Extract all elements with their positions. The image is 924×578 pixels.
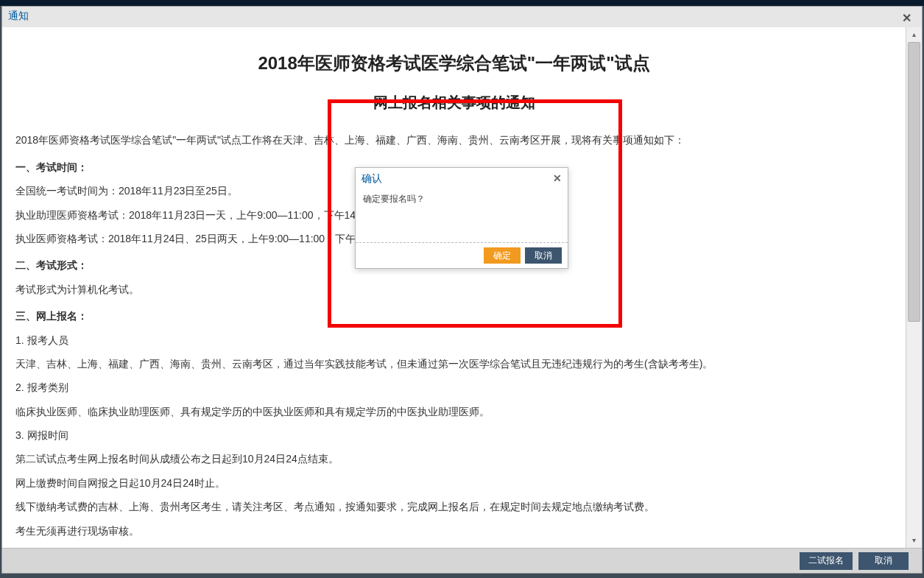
section-3-p7: 网上缴费时间自网报之日起10月24日24时止。 <box>15 475 892 491</box>
scroll-thumb[interactable] <box>908 42 920 322</box>
vertical-scrollbar[interactable]: ▴ ▾ <box>906 27 922 548</box>
panel-body: 2018年医师资格考试医学综合笔试"一年两试"试点 网上报名相关事项的通知 20… <box>2 27 906 548</box>
section-3-p5: 3. 网报时间 <box>15 427 892 443</box>
register-button[interactable]: 二试报名 <box>800 552 853 570</box>
section-3-p8: 线下缴纳考试费的吉林、上海、贵州考区考生，请关注考区、考点通知，按通知要求，完成… <box>15 498 892 515</box>
window-top-strip <box>0 0 924 6</box>
content-intro: 2018年医师资格考试医学综合笔试"一年两试"试点工作将在天津、吉林、上海、福建… <box>15 132 892 148</box>
scroll-up-icon[interactable]: ▴ <box>906 27 922 42</box>
section-2-p1: 考试形式为计算机化考试。 <box>15 281 892 297</box>
content-title-2: 网上报名相关事项的通知 <box>15 91 892 114</box>
content-title-1: 2018年医师资格考试医学综合笔试"一年两试"试点 <box>15 49 892 77</box>
close-icon[interactable]: ✕ <box>902 11 911 25</box>
panel-footer: 二试报名 取消 <box>2 548 922 573</box>
section-3-p4: 临床执业医师、临床执业助理医师、具有规定学历的中医执业医师和具有规定学历的中医执… <box>15 403 892 420</box>
confirm-dialog: 确认 ✕ 确定要报名吗？ 确定 取消 <box>355 167 568 269</box>
notice-panel: 通知 ✕ 2018年医师资格考试医学综合笔试"一年两试"试点 网上报名相关事项的… <box>1 6 923 574</box>
dialog-close-icon[interactable]: ✕ <box>553 172 562 184</box>
dialog-ok-button[interactable]: 确定 <box>484 247 521 264</box>
dialog-title: 确认 <box>356 168 568 190</box>
section-3-p9: 考生无须再进行现场审核。 <box>15 523 892 539</box>
dialog-footer: 确定 取消 <box>356 242 568 268</box>
cancel-button[interactable]: 取消 <box>858 552 909 570</box>
dialog-body: 确定要报名吗？ <box>356 190 568 242</box>
section-3-p1: 1. 报考人员 <box>15 332 892 348</box>
section-3-p6: 第二试试点考生网上报名时间从成绩公布之日起到10月24日24点结束。 <box>15 451 892 467</box>
panel-title: 通知 <box>2 7 922 24</box>
section-3-p2: 天津、吉林、上海、福建、广西、海南、贵州、云南考区，通过当年实践技能考试，但未通… <box>15 356 892 372</box>
section-3-p3: 2. 报考类别 <box>15 379 892 395</box>
scroll-down-icon[interactable]: ▾ <box>906 533 922 548</box>
dialog-cancel-button[interactable]: 取消 <box>525 247 562 264</box>
section-3-head: 三、网上报名： <box>15 308 892 324</box>
panel-body-wrap: 2018年医师资格考试医学综合笔试"一年两试"试点 网上报名相关事项的通知 20… <box>2 27 922 548</box>
